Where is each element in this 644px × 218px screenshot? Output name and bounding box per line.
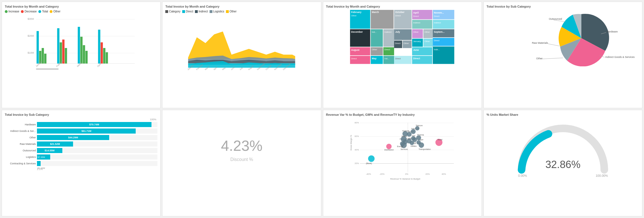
discount-area: 4.23% Discount %	[165, 113, 318, 186]
svg-text:March: March	[372, 11, 379, 14]
svg-text:Other: Other	[372, 48, 377, 51]
svg-text:Federal: Federal	[402, 130, 409, 132]
svg-text:80%: 80%	[355, 121, 359, 124]
svg-point-145	[416, 140, 421, 145]
svg-text:Transportation: Transportation	[419, 148, 431, 151]
svg-text:Pharma: Pharma	[417, 134, 424, 136]
svg-text:Other: Other	[424, 31, 430, 33]
discount-label: Discount %	[230, 157, 253, 162]
bar-chart-area[interactable]: $30M $20M $10M	[5, 14, 157, 71]
hbar-fill-contracting	[37, 161, 41, 166]
svg-text:Services: Services	[400, 148, 408, 150]
hbar-chart-card: Total Invoice by Sub Category 100% Hardw…	[2, 110, 161, 216]
hbar-row-hardware: Hardware $70.74M	[5, 122, 157, 127]
svg-point-151	[411, 136, 415, 140]
bar-chart-card: Total Invoice by Month and Category Incr…	[2, 2, 161, 108]
treemap-svg: February Other March October Direct Apri…	[326, 10, 479, 66]
svg-rect-18	[85, 51, 88, 64]
svg-point-161	[415, 126, 419, 130]
hbar-100pct: 100%	[5, 118, 157, 121]
pie-chart-svg: Hardware Indirect Goods & Services Other…	[487, 10, 639, 66]
svg-text:Utilities: Utilities	[410, 145, 417, 147]
svg-text:20%: 20%	[355, 162, 359, 165]
svg-text:Other: Other	[413, 31, 418, 33]
hbar-fill-other: $44.29M	[37, 135, 109, 140]
hbar-val-other: $44.29M	[68, 136, 78, 139]
svg-point-131	[386, 144, 392, 149]
svg-text:October: October	[395, 11, 404, 14]
gauge-title: % Units Market Share	[487, 113, 639, 116]
other-label: Other	[53, 10, 60, 13]
hbar-chart-title: Total Invoice by Sub Category	[5, 113, 157, 116]
area-chart-legend: Category Direct Indirect Logistics Other	[165, 10, 318, 13]
svg-text:Revenue % Variance to Budget: Revenue % Variance to Budget	[390, 178, 420, 180]
treemap-area[interactable]: February Other March October Direct Apri…	[326, 10, 479, 66]
svg-line-107	[540, 58, 563, 59]
svg-text:Other: Other	[536, 57, 542, 60]
svg-text:Ind...: Ind...	[384, 57, 389, 60]
discount-value: 4.23%	[221, 137, 262, 154]
category-sq	[165, 10, 168, 13]
hbar-bg-hardware: $70.74M	[37, 122, 157, 127]
pie-chart-area[interactable]: Hardware Indirect Goods & Services Other…	[487, 10, 639, 66]
treemap-card: Total Invoice by Month and Category Febr…	[323, 2, 482, 108]
treemap-title: Total Invoice by Month and Category	[326, 5, 479, 8]
total-label: Total	[42, 10, 48, 13]
svg-text:Direct: Direct	[395, 14, 401, 17]
other-dot	[50, 10, 52, 13]
hbar-row-raw: Raw Materials $21.52M	[5, 141, 157, 147]
svg-text:April: April	[413, 11, 419, 14]
other2-label: Other	[230, 10, 237, 13]
svg-text:Gas: Gas	[412, 135, 416, 137]
hbar-label-other: Other	[5, 136, 36, 139]
svg-text:Energy: Energy	[397, 146, 403, 148]
hbar-row-logistics: Logistics $7.36M	[5, 154, 157, 160]
svg-text:August: August	[351, 49, 359, 51]
hbar-fill-raw: $21.52M	[37, 141, 73, 147]
discount-card: 4.23% Discount %	[162, 110, 321, 216]
increase-label: Increase	[8, 10, 19, 13]
area-chart-area[interactable]: January February March April May June Ju…	[165, 14, 318, 71]
svg-rect-11	[57, 28, 60, 64]
svg-text:Direct: Direct	[395, 57, 401, 60]
direct-sq	[182, 10, 185, 13]
hbar-row-indirect: Indirect Goods & Ser... $61.71M	[5, 128, 157, 134]
hbar-chart-area[interactable]: Hardware $70.74M Indirect Goods & Ser...…	[5, 122, 157, 184]
svg-text:Indirect: Indirect	[434, 21, 441, 24]
svg-text:January: January	[35, 60, 43, 67]
direct-label: Direct	[186, 10, 193, 13]
scatter-area[interactable]: Gross Margin % 80% 60% 40% 20% -40% -20%…	[326, 118, 479, 183]
svg-text:Direct: Direct	[395, 42, 401, 45]
indirect-sq	[195, 10, 198, 13]
hbar-fill-outsourced: $14.55M	[37, 148, 62, 153]
svg-rect-7	[37, 31, 39, 64]
svg-text:-20%: -20%	[379, 173, 384, 175]
svg-point-129	[368, 155, 374, 162]
decrease-dot	[21, 10, 24, 13]
legend-increase: Increase	[5, 10, 19, 13]
svg-rect-20	[101, 42, 103, 64]
svg-text:Indir...: Indir...	[434, 48, 440, 51]
bar-chart-svg: $30M $20M $10M	[5, 14, 157, 71]
other2-sq	[226, 10, 229, 13]
svg-text:Telecom: Telecom	[416, 125, 423, 127]
hbar-bg-contracting: $1.49M	[37, 161, 157, 166]
svg-text:Indirect: Indirect	[413, 21, 420, 24]
decrease-label: Decrease	[25, 10, 37, 13]
svg-text:40%: 40%	[355, 149, 359, 151]
increase-dot	[5, 10, 8, 13]
logistics-label: Logistics	[213, 10, 224, 13]
svg-text:Direct: Direct	[413, 15, 419, 18]
svg-text:Novem...: Novem...	[434, 11, 444, 14]
legend-other: Other	[50, 10, 60, 13]
gauge-area[interactable]: 0.00% 100.00% 32.86%	[487, 118, 639, 180]
scatter-svg: Gross Margin % 80% 60% 40% 20% -40% -20%…	[326, 118, 479, 183]
legend-total: Total	[38, 10, 48, 13]
svg-text:June: June	[413, 49, 419, 51]
svg-text:December: December	[351, 30, 363, 33]
bar-chart-legend: Increase Decrease Total Other	[5, 10, 157, 13]
svg-text:Other: Other	[424, 40, 430, 43]
svg-rect-15	[78, 27, 80, 64]
hbar-label-indirect: Indirect Goods & Ser...	[5, 130, 36, 132]
svg-rect-21	[103, 48, 105, 64]
